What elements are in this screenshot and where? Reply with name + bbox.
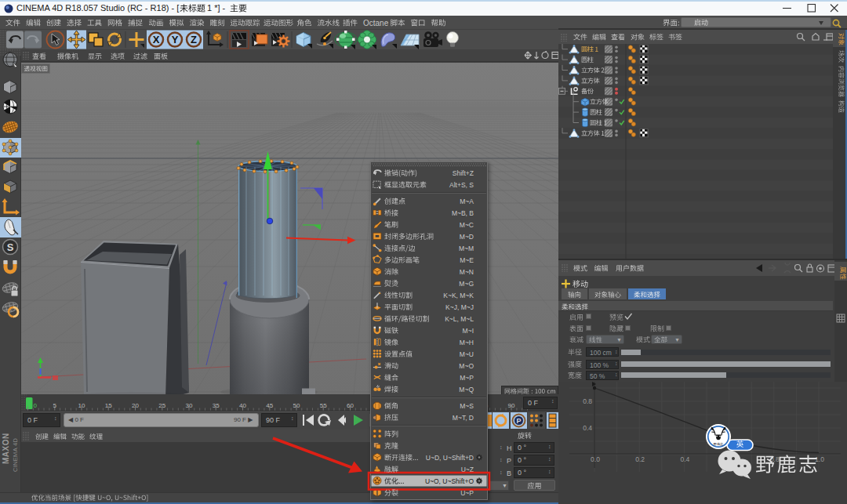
svg-text:0.0: 0.0	[591, 455, 600, 463]
svg-text:0.4: 0.4	[680, 455, 689, 463]
svg-text:0.2: 0.2	[635, 455, 645, 463]
svg-text:野鹿志: 野鹿志	[714, 442, 724, 446]
svg-text:0.8: 0.8	[583, 397, 592, 405]
svg-text:0.4: 0.4	[583, 424, 592, 432]
